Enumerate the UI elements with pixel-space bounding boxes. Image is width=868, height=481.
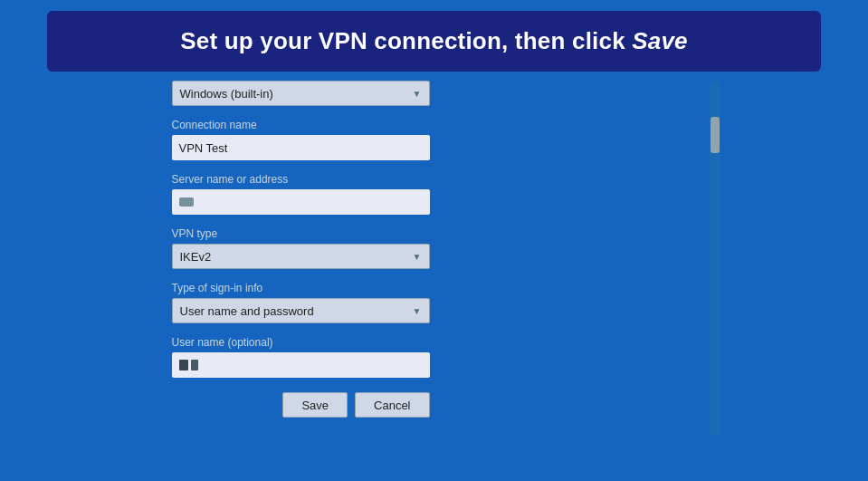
connection-name-value: VPN Test bbox=[179, 141, 228, 155]
cancel-button[interactable]: Cancel bbox=[355, 392, 429, 418]
chevron-down-icon-3: ▼ bbox=[413, 306, 422, 316]
masked-block-1 bbox=[179, 197, 194, 207]
vpn-dialog: Windows (built-in) ▼ Connection name VPN… bbox=[145, 81, 724, 436]
vpn-provider-select[interactable]: Windows (built-in) ▼ bbox=[172, 81, 430, 106]
sign-in-label: Type of sign-in info bbox=[172, 282, 679, 294]
form-buttons: Save Cancel bbox=[172, 392, 430, 418]
sign-in-field-group: Type of sign-in info User name and passw… bbox=[172, 282, 679, 323]
vpn-provider-value: Windows (built-in) bbox=[180, 87, 273, 101]
banner-text: Set up your VPN connection, then click S… bbox=[180, 27, 688, 54]
chevron-down-icon-2: ▼ bbox=[413, 252, 422, 262]
scrollbar-thumb[interactable] bbox=[711, 117, 720, 153]
username-label: User name (optional) bbox=[172, 336, 679, 349]
username-input[interactable] bbox=[172, 352, 430, 378]
connection-name-field-group: Connection name VPN Test bbox=[172, 119, 679, 160]
username-masked-value bbox=[179, 360, 198, 370]
sign-in-value: User name and password bbox=[180, 304, 314, 318]
connection-name-input[interactable]: VPN Test bbox=[172, 135, 430, 160]
vpn-type-field-group: VPN type IKEv2 ▼ bbox=[172, 227, 679, 269]
masked-user-block-1 bbox=[179, 360, 188, 370]
connection-name-label: Connection name bbox=[172, 119, 679, 131]
vpn-form: Windows (built-in) ▼ Connection name VPN… bbox=[145, 81, 706, 436]
username-field-group: User name (optional) bbox=[172, 336, 679, 378]
server-masked-value bbox=[179, 197, 194, 207]
provider-field-group: Windows (built-in) ▼ bbox=[172, 81, 679, 106]
server-field-group: Server name or address bbox=[172, 173, 679, 215]
vpn-type-select[interactable]: IKEv2 ▼ bbox=[172, 244, 430, 269]
vpn-dialog-wrapper: Windows (built-in) ▼ Connection name VPN… bbox=[47, 81, 821, 436]
scrollbar-track[interactable] bbox=[710, 81, 720, 436]
sign-in-select[interactable]: User name and password ▼ bbox=[172, 298, 430, 323]
vpn-type-label: VPN type bbox=[172, 227, 679, 240]
chevron-down-icon: ▼ bbox=[413, 89, 422, 99]
server-label: Server name or address bbox=[172, 173, 679, 186]
masked-user-block-2 bbox=[191, 360, 198, 370]
server-input[interactable] bbox=[172, 189, 430, 215]
instruction-banner: Set up your VPN connection, then click S… bbox=[47, 11, 821, 72]
vpn-type-value: IKEv2 bbox=[180, 250, 212, 264]
save-button[interactable]: Save bbox=[282, 392, 348, 418]
